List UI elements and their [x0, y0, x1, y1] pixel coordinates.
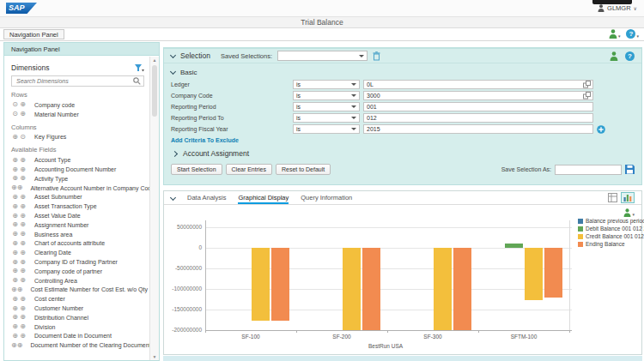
scroll-thumb[interactable] — [152, 65, 157, 117]
reset-to-default-button[interactable]: Reset to Default — [276, 164, 331, 175]
criterion-value-input[interactable] — [364, 126, 592, 132]
dimension-item-document-date-in-document[interactable]: ⊕⊕Document Date in Document — [11, 332, 149, 341]
help-icon[interactable]: ? — [625, 51, 635, 61]
dimension-add-icon[interactable]: ⊕ — [19, 314, 27, 321]
criterion-value-field[interactable] — [363, 113, 593, 123]
expand-account-assignment-icon[interactable] — [172, 150, 178, 156]
dimension-toggle-icon[interactable]: ⊕ — [11, 314, 19, 321]
clear-entries-button[interactable]: Clear Entries — [226, 164, 272, 175]
dimension-toggle-icon[interactable]: ⊕ — [11, 134, 19, 141]
scroll-down-icon[interactable]: ▼ — [150, 354, 159, 359]
dimension-toggle-icon[interactable]: ⊕ — [11, 184, 17, 191]
bar-ending-balance-sf-100[interactable] — [271, 248, 289, 321]
dimension-toggle-icon[interactable]: ⊕ — [11, 333, 19, 340]
dimension-item-activity-type[interactable]: ⊕⊕Activity Type — [11, 174, 149, 184]
dimension-toggle-icon[interactable]: ⊕ — [11, 323, 19, 330]
search-input[interactable] — [15, 77, 133, 85]
dimension-toggle-icon[interactable]: ⊕ — [11, 231, 19, 238]
dimension-item-accounting-document-number[interactable]: ⊕⊕Accounting Document Number — [11, 165, 149, 174]
dimension-add-icon[interactable]: ⊕ — [19, 268, 27, 274]
dimension-toggle-icon[interactable]: ⊕ — [11, 194, 19, 201]
dimension-item-customer-number[interactable]: ⊕⊕Customer Number — [11, 304, 149, 313]
dimension-item-material-number[interactable]: ⊙⊕Material Number — [11, 110, 149, 119]
search-icon[interactable] — [133, 77, 141, 85]
personalize-icon[interactable] — [610, 51, 618, 61]
criterion-value-input[interactable] — [364, 81, 583, 87]
scroll-up-icon[interactable]: ▲ — [150, 57, 159, 63]
bar-ending-balance-sf-300[interactable] — [453, 248, 471, 330]
dimensions-settings-icon[interactable] — [134, 63, 144, 72]
dimension-add-icon[interactable]: ⊕ — [19, 203, 27, 210]
dimension-toggle-icon[interactable]: ⊕ — [11, 250, 19, 256]
criterion-value-field[interactable] — [363, 91, 593, 100]
dimension-add-icon[interactable]: ⊕ — [19, 250, 27, 256]
dimension-item-business-area[interactable]: ⊕⊕Business area — [11, 230, 149, 239]
dimension-item-company-code[interactable]: ⊙⊕Company code — [11, 100, 149, 110]
dimension-toggle-icon[interactable]: ⊕ — [11, 305, 19, 312]
nav-scrollbar[interactable]: ▲ ▼ — [149, 57, 159, 360]
dimension-add-icon[interactable]: ⊕ — [19, 221, 27, 228]
dimension-add-icon[interactable]: ⊕ — [19, 296, 27, 303]
dimension-add-icon[interactable]: ⊕ — [19, 333, 27, 340]
criterion-operator-dropdown[interactable]: is — [293, 91, 360, 100]
dimension-item-distribution-channel[interactable]: ⊕⊕Distribution Channel — [11, 313, 149, 322]
dimension-item-document-number-of-the-clearing-document[interactable]: ⊕⊕Document Number of the Clearing Docume… — [11, 340, 149, 350]
bar-credit-balance-001-012-2015-sftm-100[interactable] — [525, 248, 543, 300]
dimension-search[interactable] — [11, 75, 144, 87]
add-criteria-exclude-link[interactable]: Add Criteria To Exclude — [164, 135, 641, 143]
dimension-toggle-icon[interactable]: ⊕ — [11, 213, 19, 220]
dimension-toggle-icon[interactable]: ⊕ — [11, 296, 19, 303]
dimension-add-icon[interactable]: ⊙ — [19, 134, 27, 141]
bar-credit-balance-001-012-2015-sf-200[interactable] — [343, 248, 361, 330]
bar-credit-balance-001-012-2015-sf-100[interactable] — [252, 248, 270, 321]
dimension-toggle-icon[interactable]: ⊕ — [11, 286, 17, 293]
save-icon[interactable] — [625, 165, 635, 174]
dimension-toggle-icon[interactable]: ⊕ — [11, 166, 19, 173]
criterion-value-field[interactable] — [363, 102, 593, 111]
dimension-item-company-code-of-partner[interactable]: ⊕⊕Company code of partner — [11, 267, 149, 276]
dimension-item-asset-subnumber[interactable]: ⊕⊕Asset Subnumber — [11, 193, 149, 202]
dimension-add-icon[interactable]: ⊕ — [19, 305, 27, 312]
dimension-add-icon[interactable]: ⊕ — [19, 101, 27, 108]
bar-credit-balance-001-012-2015-sf-300[interactable] — [434, 248, 452, 330]
dimension-toggle-icon[interactable]: ⊕ — [11, 203, 19, 210]
dimension-add-icon[interactable]: ⊕ — [19, 111, 27, 117]
navigation-panel-tab[interactable]: Navigation Panel — [3, 29, 64, 39]
bar-ending-balance-sftm-100[interactable] — [544, 248, 562, 298]
dimension-item-asset-value-date[interactable]: ⊕⊕Asset Value Date — [11, 211, 149, 220]
chart-view-button[interactable] — [621, 192, 635, 203]
collapse-basic-icon[interactable] — [170, 69, 176, 75]
user-menu[interactable]: GLMGR ∨ — [598, 4, 637, 12]
criterion-operator-dropdown[interactable]: is — [293, 113, 360, 123]
dimension-item-controlling-area[interactable]: ⊕⊕Controlling Area — [11, 276, 149, 286]
collapse-analysis-icon[interactable] — [170, 195, 176, 201]
dimension-toggle-icon[interactable]: ⊕ — [11, 259, 19, 266]
dimension-toggle-icon[interactable]: ⊕ — [11, 175, 19, 182]
dimension-item-cost-center[interactable]: ⊕⊕Cost center — [11, 294, 149, 304]
dimension-toggle-icon[interactable]: ⊕ — [11, 240, 19, 247]
dimension-toggle-icon[interactable]: ⊙ — [11, 101, 19, 108]
dimension-toggle-icon[interactable]: ⊕ — [11, 157, 19, 164]
criterion-value-input[interactable] — [364, 115, 592, 121]
criterion-operator-dropdown[interactable]: is — [293, 80, 360, 89]
dimension-item-clearing-date[interactable]: ⊕⊕Clearing Date — [11, 248, 149, 257]
dimension-add-icon[interactable]: ⊕ — [19, 259, 27, 266]
criterion-operator-dropdown[interactable]: is — [293, 102, 360, 111]
dimension-item-account-type[interactable]: ⊕⊕Account Type — [11, 155, 149, 165]
dimension-add-icon[interactable]: ⊕ — [19, 157, 27, 164]
dimension-add-icon[interactable]: ⊕ — [17, 286, 23, 293]
dimension-add-icon[interactable]: ⊕ — [17, 342, 23, 349]
saved-selections-dropdown[interactable] — [277, 51, 368, 61]
tab-query-information[interactable]: Query Information — [301, 194, 352, 204]
criterion-operator-dropdown[interactable]: is — [293, 124, 360, 134]
tab-graphical-display[interactable]: Graphical Display — [238, 194, 289, 204]
add-criterion-icon[interactable] — [597, 125, 605, 134]
dimension-add-icon[interactable]: ⊕ — [19, 175, 27, 182]
dimension-add-icon[interactable]: ⊕ — [17, 184, 23, 191]
help-button[interactable]: ? ▾ — [626, 29, 639, 39]
dimension-item-chart-of-accounts-attribute[interactable]: ⊕⊕Chart of accounts attribute — [11, 239, 149, 249]
criterion-value-input[interactable] — [364, 93, 583, 99]
dimension-add-icon[interactable]: ⊕ — [19, 323, 27, 330]
collapse-selection-icon[interactable] — [170, 51, 176, 57]
tab-data-analysis[interactable]: Data Analysis — [187, 194, 226, 204]
